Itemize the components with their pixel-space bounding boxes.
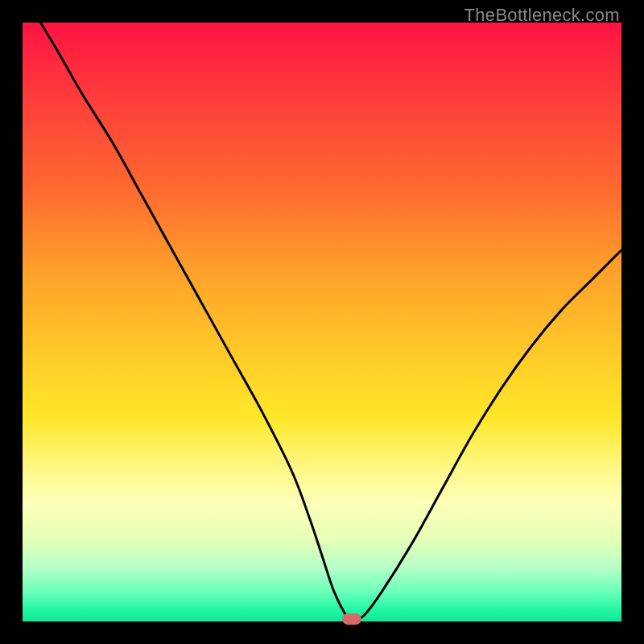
bottleneck-gradient-plot <box>23 23 621 621</box>
optimal-point-marker <box>342 613 361 625</box>
bottleneck-curve <box>23 23 621 621</box>
watermark-text: TheBottleneck.com <box>464 5 620 26</box>
